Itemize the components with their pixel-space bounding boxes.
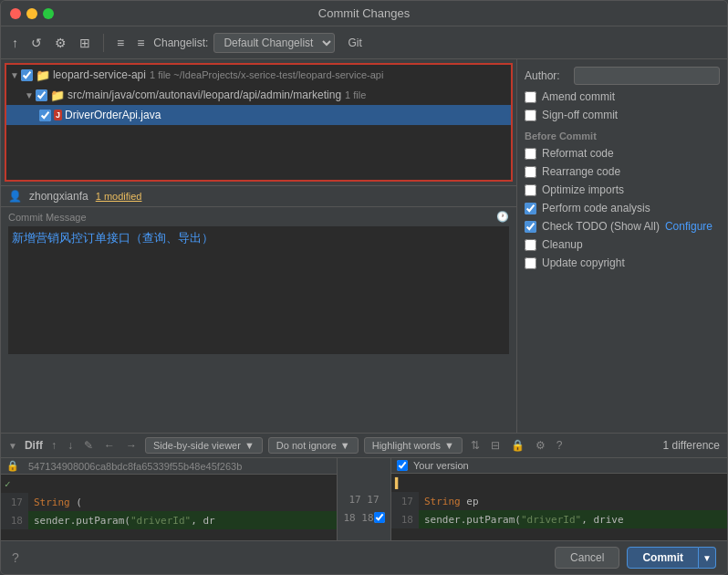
modified-badge[interactable]: 1 modified [96,191,142,202]
diff-forward-button[interactable]: → [123,437,140,454]
diff-columns-button[interactable]: ⊟ [488,437,503,454]
file-checkbox[interactable] [36,89,47,101]
highlight-chevron: ▼ [444,440,454,451]
ignore-label: Do not ignore [276,440,337,451]
center-line: 17 17 [338,490,390,508]
user-row: 👤 zhongxianfa 1 modified [1,185,516,206]
todo-row: Check TODO (Show All) Configure [525,220,720,233]
minimize-button[interactable] [26,8,37,19]
before-commit-label: Before Commit [525,131,720,141]
settings-button[interactable]: ⚙ [51,34,70,52]
analyze-checkbox[interactable] [525,203,536,214]
diff-next-button[interactable]: ↓ [65,437,76,454]
center-line: 18 18 [338,508,390,527]
refresh-button[interactable]: ↺ [27,34,46,52]
move-changes-button[interactable]: ↑ [8,34,22,52]
diff-highlight-button[interactable]: Highlight words ▼ [364,437,463,454]
tree-row[interactable]: ▼ 📁 leopard-service-api 1 file ~/IdeaPro… [6,65,511,85]
commit-message-section: Commit Message 🕐 新增营销风控订单接口（查询、导出） [1,206,516,361]
move-up-button[interactable]: ≡ [113,34,128,52]
line-number: 17 [1,493,28,511]
close-button[interactable] [10,8,21,19]
optimize-label: Optimize imports [542,183,624,196]
diff-help-button[interactable]: ? [554,437,566,454]
tree-row[interactable]: ▼ 📁 src/main/java/com/autonavi/leopard/a… [6,85,511,105]
copyright-row: Update copyright [525,256,720,269]
diff-back-button[interactable]: ← [101,437,118,454]
changelist-label: Changelist: [153,37,208,49]
signoff-commit-row: Sign-off commit [525,109,720,121]
line-number: 18 [1,511,28,529]
main-content: ▼ 📁 leopard-service-api 1 file ~/IdeaPro… [1,59,727,433]
commit-message-input[interactable]: 新增营销风控订单接口（查询、导出） [8,226,509,354]
warning-icon: ▌ [391,477,401,489]
clock-icon: 🕐 [496,211,509,223]
viewer-label: Side-by-side viewer [153,440,241,451]
diff-toggle-button[interactable]: ⇅ [468,437,483,454]
diff-line: 17 String ( [1,493,337,511]
folder-icon: 📁 [50,89,65,102]
file-checkbox[interactable] [39,110,51,121]
rearrange-checkbox[interactable] [525,166,536,178]
diff-lock-button[interactable]: 🔒 [508,437,527,454]
line-code: sender.putParam("driverId", drive [419,514,624,526]
lock-icon: 🔒 [6,460,19,472]
maximize-button[interactable] [43,8,54,19]
move-down-button[interactable]: ≡ [133,34,148,52]
diff-expand-arrow[interactable]: ▼ [8,441,17,451]
line-code: sender.putParam("driverId", dr [28,515,215,527]
line-code: String ep [419,496,479,507]
rearrange-label: Rearrange code [542,165,620,178]
group-button[interactable]: ⊞ [76,34,94,52]
amend-commit-checkbox[interactable] [525,91,536,103]
your-version-label: Your version [413,460,469,471]
diff-prev-button[interactable]: ↑ [48,437,59,454]
line-code: String ( [28,497,82,508]
cleanup-checkbox[interactable] [525,239,536,251]
diff-line-checkbox[interactable] [374,512,385,523]
diff-line: ✓ [1,475,337,493]
changelist-select[interactable]: Default Changelist [213,33,335,53]
tree-label: DriverOrderApi.java [65,109,161,121]
diff-count: 1 difference [663,439,721,452]
reformat-row: Reformat code [525,147,720,160]
diff-edit-button[interactable]: ✎ [81,437,96,454]
diff-line: 17 String ep [391,492,727,510]
diff-left-panel: 🔒 547134908006ca8bdc8fa65339f55b48e45f26… [1,458,337,540]
reformat-checkbox[interactable] [525,148,536,160]
diff-viewer-button[interactable]: Side-by-side viewer ▼ [145,437,263,454]
commit-dropdown-button[interactable]: ▼ [699,547,716,569]
configure-link[interactable]: Configure [665,220,712,233]
commit-msg-label: Commit Message [8,212,87,223]
java-icon: J [54,110,62,120]
center-line-num: 18 18 [343,512,373,524]
copyright-checkbox[interactable] [525,257,536,269]
tree-label: leopard-service-api [53,68,146,81]
tree-row[interactable]: J DriverOrderApi.java [6,105,511,125]
separator [103,34,104,52]
signoff-commit-checkbox[interactable] [525,110,536,121]
main-window: Commit Changes ↑ ↺ ⚙ ⊞ ≡ ≡ Changelist: D… [0,0,728,575]
ignore-chevron: ▼ [340,440,350,451]
center-line-num: 17 17 [348,494,379,506]
cleanup-label: Cleanup [542,238,583,251]
help-icon[interactable]: ? [12,550,19,565]
diff-settings-button[interactable]: ⚙ [533,437,548,454]
folder-icon: 📁 [36,68,50,82]
tree-meta: 1 file ~/IdeaProjects/x-serice-test/leop… [150,69,383,80]
optimize-checkbox[interactable] [525,184,536,196]
diff-line-changed: 18 sender.putParam("driverId", dr [1,511,337,529]
diff-right-checkbox[interactable] [397,460,408,471]
diff-content: 🔒 547134908006ca8bdc8fa65339f55b48e45f26… [1,458,727,540]
cancel-button[interactable]: Cancel [555,547,619,569]
author-input[interactable] [574,67,720,85]
file-checkbox[interactable] [21,69,33,81]
todo-checkbox[interactable] [525,221,536,233]
diff-ignore-button[interactable]: Do not ignore ▼ [268,437,359,454]
commit-button[interactable]: Commit [627,547,699,569]
traffic-lights [10,8,54,19]
git-label: Git [348,37,361,49]
commit-msg-header: Commit Message 🕐 [8,211,509,223]
diff-title: Diff [25,439,43,452]
window-title: Commit Changes [318,6,410,20]
